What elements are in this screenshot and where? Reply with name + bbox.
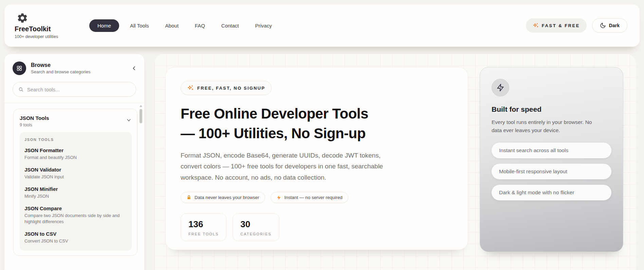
sidebar-title: Browse	[31, 62, 91, 68]
main-nav: Home All Tools About FAQ Contact Privacy	[89, 19, 277, 32]
brand-name: FreeToolkit	[15, 25, 81, 33]
fast-free-label: FAST & FREE	[542, 23, 580, 28]
lightning-circle	[492, 79, 509, 96]
feature-card-title: Built for speed	[492, 105, 611, 113]
tool-desc: Convert JSON to CSV	[24, 238, 126, 245]
fast-free-badge: FAST & FREE	[526, 18, 587, 33]
tool-item-json-formatter[interactable]: JSON Formatter Format and beautify JSON	[24, 147, 127, 161]
nav-item-all-tools[interactable]: All Tools	[125, 20, 154, 32]
category-title-block: JSON Tools 9 tools	[20, 115, 49, 127]
privacy-chip-label: Data never leaves your browser	[195, 195, 259, 200]
search-icon	[18, 87, 24, 92]
nav-item-faq[interactable]: FAQ	[189, 20, 210, 32]
feature-pill-responsive: Mobile-first responsive layout	[492, 164, 611, 179]
tool-name: JSON Compare	[24, 205, 127, 211]
instant-chip: Instant — no server required	[271, 192, 348, 203]
sidebar-header: Browse Search and browse categories	[4, 61, 144, 75]
privacy-chip: Data never leaves your browser	[181, 192, 265, 203]
hero-card: FREE, FAST, NO SIGNUP Free Online Develo…	[165, 67, 468, 250]
feature-list: Instant search across all tools Mobile-f…	[492, 143, 611, 200]
hero-badge: FREE, FAST, NO SIGNUP	[181, 81, 272, 95]
dark-mode-label: Dark	[609, 23, 620, 28]
search-input[interactable]	[27, 87, 130, 92]
lightning-icon	[496, 84, 504, 92]
stat-value: 30	[240, 219, 271, 230]
feature-pill-dark-mode: Dark & light mode with no flicker	[492, 185, 611, 200]
nav-item-privacy[interactable]: Privacy	[250, 20, 277, 32]
brand-tagline: 100+ developer utilities	[15, 34, 81, 39]
sidebar-subtitle: Search and browse categories	[31, 69, 91, 74]
nav-item-home[interactable]: Home	[89, 19, 119, 32]
feature-pill-search: Instant search across all tools	[492, 143, 611, 158]
tool-item-json-to-csv[interactable]: JSON to CSV Convert JSON to CSV	[24, 231, 127, 245]
tool-item-json-compare[interactable]: JSON Compare Compare two JSON documents …	[24, 205, 127, 226]
stat-label: FREE TOOLS	[188, 232, 219, 236]
sidebar-scrollbar[interactable]	[139, 105, 143, 123]
search-box	[13, 82, 136, 97]
nav-item-contact[interactable]: Contact	[216, 20, 244, 32]
browse-sidebar: Browse Search and browse categories JSON…	[4, 54, 145, 270]
header-actions: FAST & FREE Dark	[526, 18, 627, 33]
brand: FreeToolkit 100+ developer utilities	[15, 12, 81, 39]
stat-label: CATEGORIES	[240, 232, 271, 236]
sidebar-collapse-button[interactable]	[130, 64, 138, 73]
lock-icon	[186, 195, 191, 200]
hero-stats: 136 FREE TOOLS 30 CATEGORIES	[181, 213, 453, 241]
sparkles-icon	[187, 85, 194, 91]
hero-description: Format JSON, encode Base64, generate UUI…	[181, 150, 403, 183]
hero-chips: Data never leaves your browser Instant —…	[181, 192, 453, 203]
tool-desc: Format and beautify JSON	[24, 155, 126, 161]
category-header[interactable]: JSON Tools 9 tools	[20, 115, 132, 127]
tool-desc: Compare two JSON documents side by side …	[24, 213, 126, 226]
tool-name: JSON to CSV	[24, 231, 127, 237]
page-title: Free Online Developer Tools— 100+ Utilit…	[181, 104, 453, 143]
group-label: JSON TOOLS	[24, 138, 127, 142]
dark-mode-toggle[interactable]: Dark	[592, 18, 627, 33]
hero-badge-label: FREE, FAST, NO SIGNUP	[197, 86, 265, 91]
sidebar-title-block: Browse Search and browse categories	[31, 62, 91, 74]
chevron-left-icon	[131, 66, 137, 71]
tool-name: JSON Minifier	[24, 186, 127, 192]
gear-icon	[17, 12, 28, 24]
tool-desc: Minify JSON	[24, 193, 126, 200]
stat-free-tools: 136 FREE TOOLS	[181, 213, 226, 241]
instant-chip-label: Instant — no server required	[284, 195, 343, 200]
tool-desc: Validate JSON input	[24, 174, 126, 180]
tool-name: JSON Formatter	[24, 147, 127, 153]
built-for-speed-card: Built for speed Every tool runs entirely…	[480, 67, 623, 252]
tool-item-json-validator[interactable]: JSON Validator Validate JSON input	[24, 167, 127, 180]
category-group-panel: JSON TOOLS JSON Formatter Format and bea…	[20, 132, 132, 251]
category-count: 9 tools	[20, 123, 49, 127]
sparkles-icon	[533, 22, 539, 29]
tool-item-json-minifier[interactable]: JSON Minifier Minify JSON	[24, 186, 127, 200]
tool-name: JSON Validator	[24, 167, 127, 173]
feature-card-description: Every tool runs entirely in your browser…	[492, 118, 593, 134]
sidebar-divider	[4, 103, 144, 103]
category-card-json-tools: JSON Tools 9 tools JSON TOOLS JSON Forma…	[13, 109, 137, 256]
chevron-down-icon	[126, 117, 132, 123]
grid-icon	[13, 61, 26, 75]
page-title-line1: Free Online Developer Tools	[181, 106, 368, 122]
bolt-icon	[276, 195, 281, 200]
nav-item-about[interactable]: About	[160, 20, 184, 32]
scrollbar-up-arrow-icon[interactable]	[140, 105, 142, 107]
scrollbar-thumb[interactable]	[140, 109, 142, 123]
page-title-line2: — 100+ Utilities, No Sign-up	[181, 125, 366, 141]
stat-categories: 30 CATEGORIES	[233, 213, 279, 241]
moon-icon	[600, 22, 606, 29]
app-header: FreeToolkit 100+ developer utilities Hom…	[4, 4, 640, 47]
stat-value: 136	[188, 219, 219, 230]
category-title: JSON Tools	[20, 115, 49, 121]
